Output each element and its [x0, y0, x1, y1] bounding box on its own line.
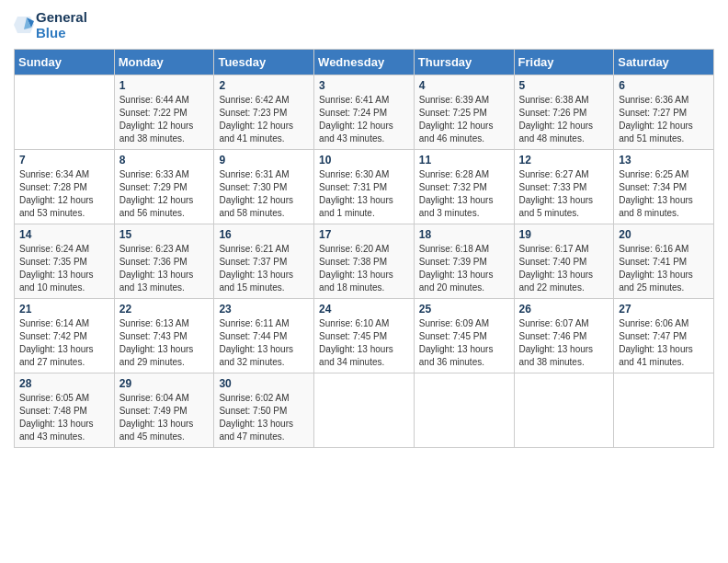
day-info: Sunrise: 6:31 AMSunset: 7:30 PMDaylight:…: [219, 168, 309, 220]
day-cell: 16Sunrise: 6:21 AMSunset: 7:37 PMDayligh…: [214, 224, 314, 298]
day-info: Sunrise: 6:34 AMSunset: 7:28 PMDaylight:…: [19, 168, 109, 220]
day-info: Sunrise: 6:06 AMSunset: 7:47 PMDaylight:…: [619, 317, 709, 369]
header-friday: Friday: [514, 49, 614, 75]
day-info: Sunrise: 6:28 AMSunset: 7:32 PMDaylight:…: [419, 168, 509, 220]
day-info: Sunrise: 6:30 AMSunset: 7:31 PMDaylight:…: [319, 168, 409, 220]
day-info: Sunrise: 6:27 AMSunset: 7:33 PMDaylight:…: [519, 168, 609, 220]
day-number: 22: [119, 303, 210, 316]
day-number: 14: [19, 228, 109, 241]
day-info: Sunrise: 6:17 AMSunset: 7:40 PMDaylight:…: [519, 243, 609, 294]
day-info: Sunrise: 6:13 AMSunset: 7:43 PMDaylight:…: [119, 317, 210, 369]
header-tuesday: Tuesday: [214, 49, 314, 75]
day-info: Sunrise: 6:11 AMSunset: 7:44 PMDaylight:…: [219, 317, 309, 369]
day-cell: 23Sunrise: 6:11 AMSunset: 7:44 PMDayligh…: [214, 298, 314, 373]
day-cell: 29Sunrise: 6:04 AMSunset: 7:49 PMDayligh…: [114, 373, 214, 447]
day-cell: 3Sunrise: 6:41 AMSunset: 7:24 PMDaylight…: [314, 75, 415, 149]
week-row-2: 14Sunrise: 6:24 AMSunset: 7:35 PMDayligh…: [15, 224, 714, 298]
logo-block: General Blue: [14, 9, 87, 41]
day-number: 11: [419, 154, 509, 167]
week-row-3: 21Sunrise: 6:14 AMSunset: 7:42 PMDayligh…: [15, 298, 714, 373]
day-cell: 30Sunrise: 6:02 AMSunset: 7:50 PMDayligh…: [214, 373, 314, 447]
day-cell: 15Sunrise: 6:23 AMSunset: 7:36 PMDayligh…: [114, 224, 214, 298]
day-info: Sunrise: 6:04 AMSunset: 7:49 PMDaylight:…: [119, 392, 210, 443]
day-info: Sunrise: 6:07 AMSunset: 7:46 PMDaylight:…: [519, 317, 609, 369]
day-info: Sunrise: 6:02 AMSunset: 7:50 PMDaylight:…: [219, 392, 309, 443]
day-cell: 4Sunrise: 6:39 AMSunset: 7:25 PMDaylight…: [414, 75, 514, 149]
day-number: 8: [119, 154, 210, 167]
day-info: Sunrise: 6:25 AMSunset: 7:34 PMDaylight:…: [619, 168, 709, 220]
day-cell: [314, 373, 415, 447]
day-cell: 17Sunrise: 6:20 AMSunset: 7:38 PMDayligh…: [314, 224, 415, 298]
header-sunday: Sunday: [15, 49, 115, 75]
week-row-4: 28Sunrise: 6:05 AMSunset: 7:48 PMDayligh…: [15, 373, 714, 447]
day-number: 7: [19, 154, 109, 167]
day-cell: 1Sunrise: 6:44 AMSunset: 7:22 PMDaylight…: [114, 75, 214, 149]
day-cell: 5Sunrise: 6:38 AMSunset: 7:26 PMDaylight…: [514, 75, 614, 149]
day-cell: 20Sunrise: 6:16 AMSunset: 7:41 PMDayligh…: [614, 224, 714, 298]
day-info: Sunrise: 6:33 AMSunset: 7:29 PMDaylight:…: [119, 168, 210, 220]
day-number: 17: [319, 228, 409, 241]
day-info: Sunrise: 6:38 AMSunset: 7:26 PMDaylight:…: [519, 94, 609, 145]
day-info: Sunrise: 6:21 AMSunset: 7:37 PMDaylight:…: [219, 243, 309, 294]
day-info: Sunrise: 6:18 AMSunset: 7:39 PMDaylight:…: [419, 243, 509, 294]
day-info: Sunrise: 6:09 AMSunset: 7:45 PMDaylight:…: [419, 317, 509, 369]
day-info: Sunrise: 6:44 AMSunset: 7:22 PMDaylight:…: [119, 94, 210, 145]
day-number: 30: [219, 377, 309, 390]
day-cell: 14Sunrise: 6:24 AMSunset: 7:35 PMDayligh…: [15, 224, 115, 298]
day-number: 26: [519, 303, 609, 316]
week-row-0: 1Sunrise: 6:44 AMSunset: 7:22 PMDaylight…: [15, 75, 714, 149]
day-info: Sunrise: 6:20 AMSunset: 7:38 PMDaylight:…: [319, 243, 409, 294]
day-cell: 10Sunrise: 6:30 AMSunset: 7:31 PMDayligh…: [314, 149, 415, 224]
day-cell: 25Sunrise: 6:09 AMSunset: 7:45 PMDayligh…: [414, 298, 514, 373]
logo-icon: [14, 15, 34, 35]
day-number: 6: [619, 79, 709, 92]
calendar-table: SundayMondayTuesdayWednesdayThursdayFrid…: [14, 49, 714, 448]
day-number: 10: [319, 154, 409, 167]
day-number: 2: [219, 79, 309, 92]
logo-general: General: [36, 9, 87, 25]
day-number: 28: [19, 377, 109, 390]
day-cell: 9Sunrise: 6:31 AMSunset: 7:30 PMDaylight…: [214, 149, 314, 224]
header-wednesday: Wednesday: [314, 49, 415, 75]
day-number: 3: [319, 79, 409, 92]
day-number: 23: [219, 303, 309, 316]
day-cell: 28Sunrise: 6:05 AMSunset: 7:48 PMDayligh…: [15, 373, 115, 447]
day-info: Sunrise: 6:16 AMSunset: 7:41 PMDaylight:…: [619, 243, 709, 294]
day-number: 13: [619, 154, 709, 167]
header-saturday: Saturday: [614, 49, 714, 75]
day-number: 12: [519, 154, 609, 167]
day-cell: 6Sunrise: 6:36 AMSunset: 7:27 PMDaylight…: [614, 75, 714, 149]
day-info: Sunrise: 6:14 AMSunset: 7:42 PMDaylight:…: [19, 317, 109, 369]
day-number: 1: [119, 79, 210, 92]
day-cell: [514, 373, 614, 447]
day-cell: 26Sunrise: 6:07 AMSunset: 7:46 PMDayligh…: [514, 298, 614, 373]
day-number: 5: [519, 79, 609, 92]
day-cell: 27Sunrise: 6:06 AMSunset: 7:47 PMDayligh…: [614, 298, 714, 373]
day-cell: [414, 373, 514, 447]
logo: General Blue: [14, 9, 87, 41]
day-info: Sunrise: 6:39 AMSunset: 7:25 PMDaylight:…: [419, 94, 509, 145]
week-row-1: 7Sunrise: 6:34 AMSunset: 7:28 PMDaylight…: [15, 149, 714, 224]
day-info: Sunrise: 6:23 AMSunset: 7:36 PMDaylight:…: [119, 243, 210, 294]
day-number: 25: [419, 303, 509, 316]
day-info: Sunrise: 6:41 AMSunset: 7:24 PMDaylight:…: [319, 94, 409, 145]
day-info: Sunrise: 6:10 AMSunset: 7:45 PMDaylight:…: [319, 317, 409, 369]
day-cell: [614, 373, 714, 447]
day-number: 29: [119, 377, 210, 390]
day-number: 19: [519, 228, 609, 241]
header-monday: Monday: [114, 49, 214, 75]
day-info: Sunrise: 6:24 AMSunset: 7:35 PMDaylight:…: [19, 243, 109, 294]
day-cell: 2Sunrise: 6:42 AMSunset: 7:23 PMDaylight…: [214, 75, 314, 149]
day-number: 24: [319, 303, 409, 316]
day-cell: 8Sunrise: 6:33 AMSunset: 7:29 PMDaylight…: [114, 149, 214, 224]
day-cell: 18Sunrise: 6:18 AMSunset: 7:39 PMDayligh…: [414, 224, 514, 298]
day-number: 18: [419, 228, 509, 241]
day-cell: [15, 75, 115, 149]
day-cell: 22Sunrise: 6:13 AMSunset: 7:43 PMDayligh…: [114, 298, 214, 373]
day-info: Sunrise: 6:05 AMSunset: 7:48 PMDaylight:…: [19, 392, 109, 443]
day-number: 27: [619, 303, 709, 316]
header-thursday: Thursday: [414, 49, 514, 75]
day-cell: 21Sunrise: 6:14 AMSunset: 7:42 PMDayligh…: [15, 298, 115, 373]
day-number: 15: [119, 228, 210, 241]
day-number: 20: [619, 228, 709, 241]
